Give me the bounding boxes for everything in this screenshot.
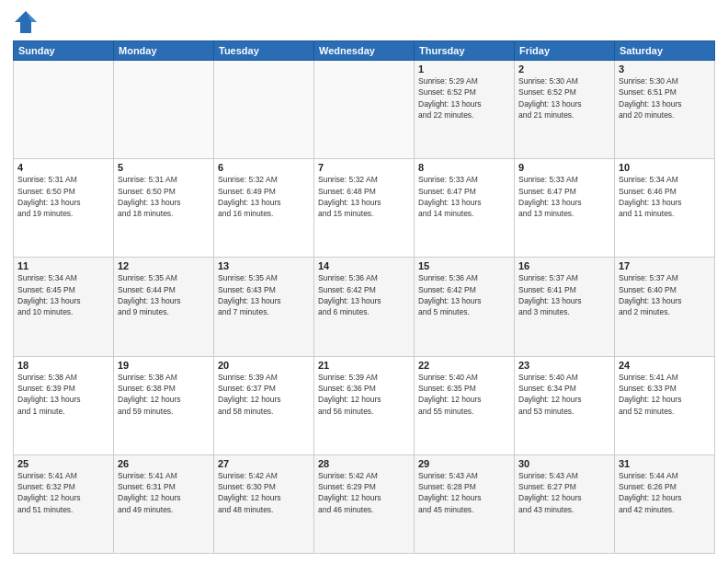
day-info: Sunrise: 5:31 AM Sunset: 6:50 PM Dayligh… — [17, 174, 109, 219]
day-info: Sunrise: 5:32 AM Sunset: 6:48 PM Dayligh… — [318, 174, 410, 219]
weekday-tuesday: Tuesday — [214, 41, 314, 61]
calendar-week-4: 18Sunrise: 5:38 AM Sunset: 6:39 PM Dayli… — [14, 356, 715, 454]
day-number: 3 — [619, 63, 711, 75]
calendar-cell: 13Sunrise: 5:35 AM Sunset: 6:43 PM Dayli… — [214, 258, 314, 356]
day-number: 17 — [619, 260, 711, 271]
calendar-cell: 22Sunrise: 5:40 AM Sunset: 6:35 PM Dayli… — [415, 356, 515, 454]
day-info: Sunrise: 5:40 AM Sunset: 6:35 PM Dayligh… — [418, 372, 510, 417]
calendar-week-5: 25Sunrise: 5:41 AM Sunset: 6:32 PM Dayli… — [14, 454, 715, 553]
day-number: 9 — [518, 162, 610, 173]
day-number: 14 — [318, 260, 410, 271]
day-info: Sunrise: 5:40 AM Sunset: 6:34 PM Dayligh… — [518, 372, 610, 417]
day-number: 16 — [518, 260, 610, 271]
calendar-cell: 14Sunrise: 5:36 AM Sunset: 6:42 PM Dayli… — [314, 258, 415, 356]
day-info: Sunrise: 5:34 AM Sunset: 6:45 PM Dayligh… — [17, 272, 109, 317]
day-number: 4 — [17, 162, 109, 173]
day-info: Sunrise: 5:44 AM Sunset: 6:26 PM Dayligh… — [619, 470, 711, 515]
calendar-cell: 20Sunrise: 5:39 AM Sunset: 6:37 PM Dayli… — [214, 356, 314, 454]
day-number: 18 — [17, 360, 109, 371]
day-number: 13 — [218, 260, 310, 271]
day-number: 27 — [218, 458, 310, 469]
calendar-cell: 15Sunrise: 5:36 AM Sunset: 6:42 PM Dayli… — [415, 258, 515, 356]
calendar-cell: 12Sunrise: 5:35 AM Sunset: 6:44 PM Dayli… — [114, 258, 214, 356]
day-number: 24 — [619, 360, 711, 371]
calendar-cell: 24Sunrise: 5:41 AM Sunset: 6:33 PM Dayli… — [615, 356, 715, 454]
calendar-cell: 29Sunrise: 5:43 AM Sunset: 6:28 PM Dayli… — [415, 454, 515, 553]
calendar-cell: 9Sunrise: 5:33 AM Sunset: 6:47 PM Daylig… — [515, 159, 615, 258]
calendar-cell: 26Sunrise: 5:41 AM Sunset: 6:31 PM Dayli… — [114, 454, 214, 553]
calendar-week-2: 4Sunrise: 5:31 AM Sunset: 6:50 PM Daylig… — [14, 159, 715, 258]
day-number: 6 — [218, 162, 310, 173]
calendar-cell: 27Sunrise: 5:42 AM Sunset: 6:30 PM Dayli… — [214, 454, 314, 553]
weekday-monday: Monday — [114, 41, 214, 61]
calendar-cell: 30Sunrise: 5:43 AM Sunset: 6:27 PM Dayli… — [515, 454, 615, 553]
calendar-cell — [314, 61, 415, 159]
day-info: Sunrise: 5:30 AM Sunset: 6:51 PM Dayligh… — [619, 75, 711, 121]
logo-icon — [13, 9, 39, 35]
day-info: Sunrise: 5:33 AM Sunset: 6:47 PM Dayligh… — [518, 174, 610, 219]
calendar-week-3: 11Sunrise: 5:34 AM Sunset: 6:45 PM Dayli… — [14, 258, 715, 356]
day-info: Sunrise: 5:30 AM Sunset: 6:52 PM Dayligh… — [518, 75, 610, 121]
calendar-cell: 18Sunrise: 5:38 AM Sunset: 6:39 PM Dayli… — [14, 356, 114, 454]
day-number: 21 — [318, 360, 410, 371]
calendar-cell: 16Sunrise: 5:37 AM Sunset: 6:41 PM Dayli… — [515, 258, 615, 356]
day-number: 10 — [619, 162, 711, 173]
day-number: 25 — [17, 458, 109, 469]
day-number: 5 — [118, 162, 210, 173]
day-number: 19 — [118, 360, 210, 371]
logo — [13, 9, 42, 35]
calendar-cell — [114, 61, 214, 159]
calendar-cell: 11Sunrise: 5:34 AM Sunset: 6:45 PM Dayli… — [14, 258, 114, 356]
calendar-cell: 10Sunrise: 5:34 AM Sunset: 6:46 PM Dayli… — [615, 159, 715, 258]
day-info: Sunrise: 5:38 AM Sunset: 6:39 PM Dayligh… — [17, 372, 109, 417]
weekday-friday: Friday — [515, 41, 615, 61]
calendar-cell: 7Sunrise: 5:32 AM Sunset: 6:48 PM Daylig… — [314, 159, 415, 258]
calendar-cell: 21Sunrise: 5:39 AM Sunset: 6:36 PM Dayli… — [314, 356, 415, 454]
weekday-wednesday: Wednesday — [314, 41, 415, 61]
calendar-cell: 3Sunrise: 5:30 AM Sunset: 6:51 PM Daylig… — [615, 61, 715, 159]
day-number: 8 — [418, 162, 510, 173]
day-number: 12 — [118, 260, 210, 271]
day-info: Sunrise: 5:41 AM Sunset: 6:32 PM Dayligh… — [17, 470, 109, 515]
day-info: Sunrise: 5:38 AM Sunset: 6:38 PM Dayligh… — [118, 372, 210, 417]
day-info: Sunrise: 5:35 AM Sunset: 6:43 PM Dayligh… — [218, 272, 310, 317]
day-number: 30 — [518, 458, 610, 469]
day-info: Sunrise: 5:31 AM Sunset: 6:50 PM Dayligh… — [118, 174, 210, 219]
day-info: Sunrise: 5:43 AM Sunset: 6:28 PM Dayligh… — [418, 470, 510, 515]
day-info: Sunrise: 5:41 AM Sunset: 6:31 PM Dayligh… — [118, 470, 210, 515]
day-number: 1 — [418, 63, 510, 75]
calendar-cell: 23Sunrise: 5:40 AM Sunset: 6:34 PM Dayli… — [515, 356, 615, 454]
calendar-cell: 28Sunrise: 5:42 AM Sunset: 6:29 PM Dayli… — [314, 454, 415, 553]
day-info: Sunrise: 5:36 AM Sunset: 6:42 PM Dayligh… — [318, 272, 410, 317]
calendar-table: SundayMondayTuesdayWednesdayThursdayFrid… — [13, 40, 715, 554]
day-info: Sunrise: 5:33 AM Sunset: 6:47 PM Dayligh… — [418, 174, 510, 219]
day-info: Sunrise: 5:36 AM Sunset: 6:42 PM Dayligh… — [418, 272, 510, 317]
day-info: Sunrise: 5:39 AM Sunset: 6:37 PM Dayligh… — [218, 372, 310, 417]
day-number: 2 — [518, 63, 610, 75]
weekday-header-row: SundayMondayTuesdayWednesdayThursdayFrid… — [14, 41, 715, 61]
day-info: Sunrise: 5:37 AM Sunset: 6:40 PM Dayligh… — [619, 272, 711, 317]
calendar-cell: 5Sunrise: 5:31 AM Sunset: 6:50 PM Daylig… — [114, 159, 214, 258]
weekday-saturday: Saturday — [615, 41, 715, 61]
calendar-cell: 4Sunrise: 5:31 AM Sunset: 6:50 PM Daylig… — [14, 159, 114, 258]
day-info: Sunrise: 5:41 AM Sunset: 6:33 PM Dayligh… — [619, 372, 711, 417]
day-number: 26 — [118, 458, 210, 469]
day-number: 23 — [518, 360, 610, 371]
calendar-cell — [214, 61, 314, 159]
day-number: 28 — [318, 458, 410, 469]
day-info: Sunrise: 5:29 AM Sunset: 6:52 PM Dayligh… — [418, 75, 510, 121]
calendar-cell: 8Sunrise: 5:33 AM Sunset: 6:47 PM Daylig… — [415, 159, 515, 258]
day-info: Sunrise: 5:35 AM Sunset: 6:44 PM Dayligh… — [118, 272, 210, 317]
calendar-cell: 17Sunrise: 5:37 AM Sunset: 6:40 PM Dayli… — [615, 258, 715, 356]
calendar-cell — [14, 61, 114, 159]
day-info: Sunrise: 5:39 AM Sunset: 6:36 PM Dayligh… — [318, 372, 410, 417]
weekday-thursday: Thursday — [415, 41, 515, 61]
day-info: Sunrise: 5:42 AM Sunset: 6:29 PM Dayligh… — [318, 470, 410, 515]
day-info: Sunrise: 5:42 AM Sunset: 6:30 PM Dayligh… — [218, 470, 310, 515]
day-number: 22 — [418, 360, 510, 371]
day-number: 20 — [218, 360, 310, 371]
day-number: 15 — [418, 260, 510, 271]
day-info: Sunrise: 5:37 AM Sunset: 6:41 PM Dayligh… — [518, 272, 610, 317]
day-info: Sunrise: 5:34 AM Sunset: 6:46 PM Dayligh… — [619, 174, 711, 219]
weekday-sunday: Sunday — [14, 41, 114, 61]
